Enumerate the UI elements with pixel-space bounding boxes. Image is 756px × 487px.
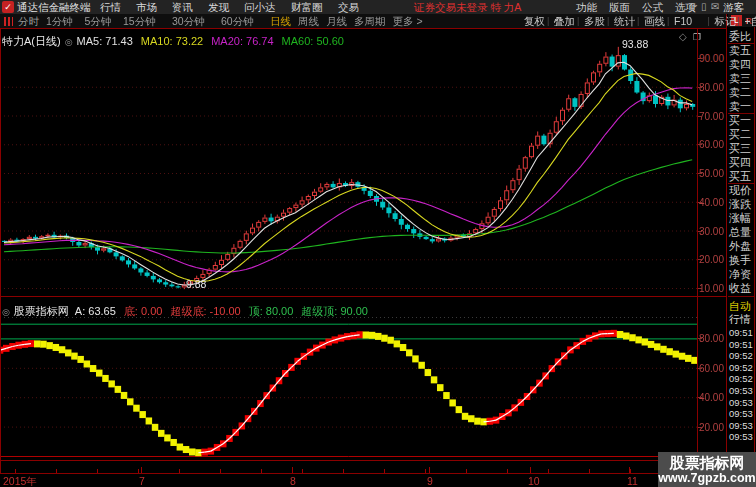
indicator-canvas[interactable]	[0, 316, 697, 461]
main-chart-canvas[interactable]	[0, 29, 697, 297]
period-1分钟[interactable]: 1分钟	[46, 15, 73, 29]
tdx-logo-icon: ✓	[2, 1, 14, 13]
main-y-tick	[698, 87, 702, 88]
x-minor-tick	[261, 469, 262, 473]
quote-separator	[728, 43, 754, 44]
quote-separator	[728, 183, 754, 184]
menu-right-item-1[interactable]: 功能	[576, 1, 597, 15]
x-month-tick	[141, 467, 142, 473]
ind-y-tick	[698, 368, 702, 369]
toolbar-叠加[interactable]: 叠加	[554, 15, 575, 29]
quote-row-现价: 现价	[729, 184, 751, 197]
toolbar-标记[interactable]: 标记	[715, 15, 736, 29]
main-y-tick	[698, 259, 702, 260]
quote-row-收益: 收益	[729, 282, 751, 295]
menu-item-5[interactable]: 问小达	[244, 1, 276, 15]
toolbar-复权[interactable]: 复权	[524, 15, 545, 29]
toolbar-统计[interactable]: 统计	[614, 15, 635, 29]
menu-item-2[interactable]: 市场	[136, 1, 157, 15]
period-多周期[interactable]: 多周期	[354, 15, 386, 29]
tdx-terminal-window: ✓ 通达信金融终端 证券交易未登录 特 力A 游客 特力A(日线)◎MA5: 7…	[0, 0, 756, 487]
quote-separator	[728, 113, 754, 114]
main-y-tick	[698, 173, 702, 174]
x-minor-tick	[179, 469, 180, 473]
toolbar-separator: |	[708, 16, 710, 26]
left-frame-line	[0, 29, 1, 473]
period-30分钟[interactable]: 30分钟	[172, 15, 205, 29]
low-annotation: 9.88	[186, 278, 206, 290]
ma-label-3: MA20: 76.74	[211, 35, 273, 47]
guest-label[interactable]: 游客	[723, 1, 744, 15]
menu-right-item-3[interactable]: 公式	[642, 1, 663, 15]
x-month-9: 9	[427, 475, 433, 487]
toolbar-+自选[interactable]: +自选	[745, 15, 756, 29]
x-minor-tick	[548, 469, 549, 473]
indicator-title-row: ◎股票指标网A: 63.65底: 0.00超级底: -10.00顶: 80.00…	[2, 301, 368, 313]
time-row: 09:53	[729, 431, 753, 442]
x-minor-tick	[302, 469, 303, 473]
toolbar-separator: |	[577, 16, 579, 26]
quote-row-买五: 买五	[729, 170, 751, 183]
x-month-7: 7	[139, 475, 145, 487]
period-月线[interactable]: 月线	[326, 15, 347, 29]
time-row: 09:53	[729, 420, 753, 431]
main-y-tick	[698, 231, 702, 232]
menu-item-3[interactable]: 资讯	[172, 1, 193, 15]
period-5分钟[interactable]: 5分钟	[85, 15, 112, 29]
high-annotation: 93.88	[622, 38, 648, 50]
axis-frame-line	[697, 29, 698, 473]
toolbar-画线[interactable]: 画线	[644, 15, 665, 29]
ma-label-2: MA10: 73.22	[141, 35, 203, 47]
pane-divider	[0, 296, 726, 297]
diamond-icon[interactable]: ◇	[679, 31, 687, 42]
period-更多 >[interactable]: 更多 >	[393, 15, 423, 29]
x-minor-tick	[466, 469, 467, 473]
x-axis-year: 2015年	[3, 475, 37, 487]
quote-row-买三: 买三	[729, 142, 751, 155]
quote-row-总量: 总量	[729, 226, 751, 239]
x-minor-tick	[56, 469, 57, 473]
period-分时[interactable]: 分时	[18, 15, 39, 29]
menu-item-4[interactable]: 发现	[208, 1, 229, 15]
ma-label-4: MA60: 50.60	[282, 35, 344, 47]
quote-row-涨幅: 涨幅	[729, 212, 751, 225]
quote-row-买四: 买四	[729, 156, 751, 169]
quote-row-外盘: 外盘	[729, 240, 751, 253]
period-15分钟[interactable]: 15分钟	[123, 15, 156, 29]
market-label[interactable]: 行情	[729, 313, 751, 326]
kline-icon[interactable]	[4, 17, 13, 26]
menu-item-1[interactable]: 行情	[100, 1, 121, 15]
quote-separator	[728, 296, 754, 297]
period-周线[interactable]: 周线	[298, 15, 319, 29]
period-60分钟[interactable]: 60分钟	[221, 15, 254, 29]
toolbar-separator: |	[607, 16, 609, 26]
quote-row-卖五: 卖五	[729, 44, 751, 57]
menu-item-6[interactable]: 财富圈	[291, 1, 323, 15]
main-y-tick	[698, 144, 702, 145]
ind-y-tick	[698, 338, 702, 339]
watermark: 股票指标网 www.7gpzb.com	[658, 452, 756, 487]
toolbar-separator: |	[738, 16, 740, 26]
x-month-tick	[530, 467, 531, 473]
collapse-icon[interactable]: ◎	[65, 37, 73, 47]
x-minor-tick	[384, 469, 385, 473]
period-日线[interactable]: 日线	[270, 15, 291, 29]
x-minor-tick	[97, 469, 98, 473]
main-chart-title-row: 特力A(日线)◎MA5: 71.43MA10: 73.22MA20: 76.74…	[2, 31, 352, 43]
main-y-tick	[698, 202, 702, 203]
mail-icon[interactable]: ✉	[711, 1, 719, 12]
toolbar-F10[interactable]: F10	[674, 15, 692, 27]
auto-label[interactable]: 自动	[729, 300, 751, 313]
watermark-url: www.7gpzb.com	[658, 471, 755, 485]
ind-y-tick	[698, 397, 702, 398]
time-row: 09:51	[729, 327, 753, 338]
x-month-tick	[629, 467, 630, 473]
toolbar-separator: |	[637, 16, 639, 26]
toolbar-多股[interactable]: 多股	[584, 15, 605, 29]
menu-item-7[interactable]: 交易	[338, 1, 359, 15]
menu-right-item-2[interactable]: 版面	[609, 1, 630, 15]
x-month-8: 8	[290, 475, 296, 487]
quote-panel-inner-border	[754, 27, 755, 457]
mobile-icon[interactable]: ▯	[701, 1, 707, 12]
refresh-icon[interactable]: ⟳	[689, 1, 697, 12]
